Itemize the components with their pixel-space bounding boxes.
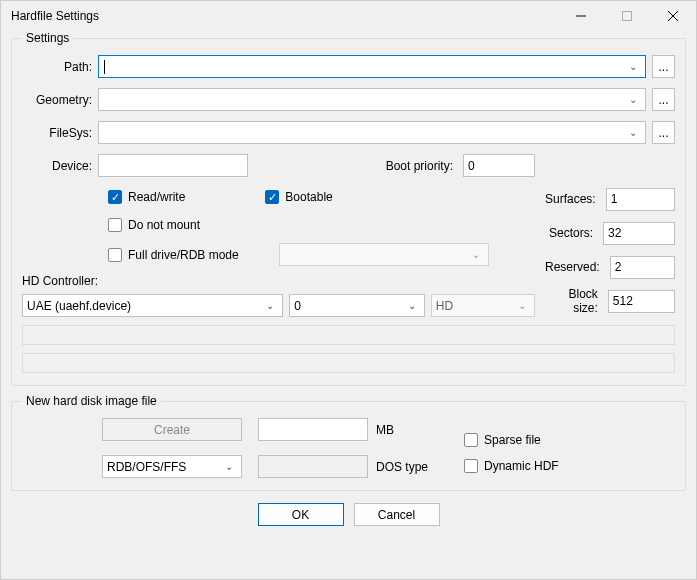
chevron-down-icon: ⌄ [221,461,237,472]
sectors-input[interactable]: 32 [603,222,675,245]
blocksize-label: Block size: [545,287,604,315]
window-title: Hardfile Settings [11,9,558,23]
fulldrive-checkbox[interactable]: Full drive/RDB mode [108,245,239,265]
maximize-button[interactable] [604,1,650,31]
readwrite-label: Read/write [128,190,185,204]
close-button[interactable] [650,1,696,31]
checkbox-icon [108,190,122,204]
mb-label: MB [376,423,394,437]
cancel-button[interactable]: Cancel [354,503,440,526]
checkbox-icon [108,218,122,232]
controller-combo[interactable]: UAE (uaehf.device) ⌄ [22,294,283,317]
device-input[interactable] [98,154,248,177]
settings-legend: Settings [22,31,73,45]
surfaces-label: Surfaces: [545,192,602,206]
status-bar-2 [22,353,675,373]
fs-combo-value: RDB/OFS/FFS [107,460,221,474]
readwrite-checkbox[interactable]: Read/write [108,187,185,207]
reserved-input[interactable]: 2 [610,256,675,279]
filesys-label: FileSys: [22,126,92,140]
filesys-browse-button[interactable]: ... [652,121,675,144]
filesys-combo[interactable]: ⌄ [98,121,646,144]
checkbox-icon [265,190,279,204]
checkbox-icon [108,248,122,262]
chevron-down-icon: ⌄ [404,300,420,311]
minimize-button[interactable] [558,1,604,31]
hdcontroller-label: HD Controller: [22,274,535,288]
titlebar: Hardfile Settings [1,1,696,31]
checkbox-icon [464,459,478,473]
path-combo[interactable]: ⌄ [98,55,646,78]
donotmount-checkbox[interactable]: Do not mount [108,215,535,235]
path-label: Path: [22,60,92,74]
status-bar-1 [22,325,675,345]
controller-type-value: HD [436,299,514,313]
settings-group: Settings Path: ⌄ ... Geometry: ⌄ ... Fil… [11,31,686,386]
device-label: Device: [22,159,92,173]
svg-rect-1 [623,12,632,21]
geometry-combo[interactable]: ⌄ [98,88,646,111]
reserved-label: Reserved: [545,260,606,274]
chevron-down-icon: ⌄ [625,127,641,138]
blocksize-input[interactable]: 512 [608,290,675,313]
newimage-legend: New hard disk image file [22,394,161,408]
chevron-down-icon: ⌄ [625,61,641,72]
geometry-browse-button[interactable]: ... [652,88,675,111]
controller-num-value: 0 [294,299,404,313]
donotmount-label: Do not mount [128,218,200,232]
dialog-footer: OK Cancel [11,499,686,526]
checkbox-icon [464,433,478,447]
bootable-label: Bootable [285,190,332,204]
controller-num-combo[interactable]: 0 ⌄ [289,294,425,317]
dostype-input[interactable] [258,455,368,478]
dostype-label: DOS type [376,460,428,474]
chevron-down-icon: ⌄ [262,300,278,311]
fs-combo[interactable]: RDB/OFS/FFS ⌄ [102,455,242,478]
size-input[interactable] [258,418,368,441]
bootprio-label: Boot priority: [386,159,457,173]
bootable-checkbox[interactable]: Bootable [265,187,332,207]
fulldrive-label: Full drive/RDB mode [128,248,239,262]
ok-button[interactable]: OK [258,503,344,526]
surfaces-input[interactable]: 1 [606,188,675,211]
content-area: Settings Path: ⌄ ... Geometry: ⌄ ... Fil… [1,31,696,579]
chevron-down-icon: ⌄ [468,249,484,260]
hardfile-settings-window: Hardfile Settings Settings Path: ⌄ ... G… [0,0,697,580]
chevron-down-icon: ⌄ [625,94,641,105]
newimage-group: New hard disk image file Create RDB/OFS/… [11,394,686,491]
window-controls [558,1,696,31]
bootprio-input[interactable]: 0 [463,154,535,177]
sectors-label: Sectors: [549,226,599,240]
controller-type-combo[interactable]: HD ⌄ [431,294,535,317]
sparse-label: Sparse file [484,433,541,447]
create-button[interactable]: Create [102,418,242,441]
controller-value: UAE (uaehf.device) [27,299,262,313]
sparse-checkbox[interactable]: Sparse file [464,430,559,450]
path-browse-button[interactable]: ... [652,55,675,78]
extra-combo[interactable]: ⌄ [279,243,489,266]
dynhdf-checkbox[interactable]: Dynamic HDF [464,456,559,476]
geometry-label: Geometry: [22,93,92,107]
dynhdf-label: Dynamic HDF [484,459,559,473]
chevron-down-icon: ⌄ [514,300,530,311]
